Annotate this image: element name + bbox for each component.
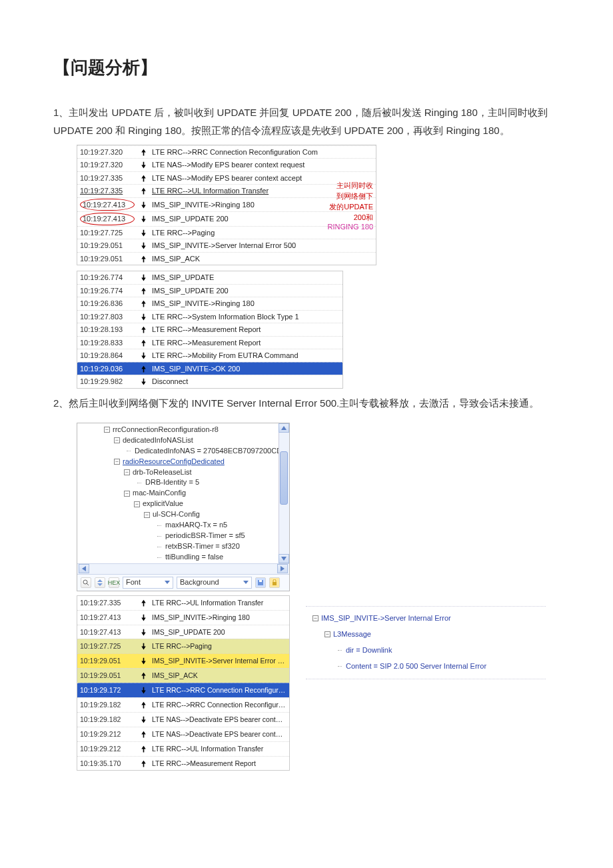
log-row[interactable]: 10:19:27.320LTE NAS-->Modify EPS bearer …	[77, 158, 376, 171]
log-row[interactable]: 10:19:27.725LTE RRC-->Paging	[77, 226, 376, 239]
log-message: LTE RRC-->UL Information Transfer	[152, 743, 287, 755]
log-message: LTE RRC-->RRC Connection Reconfiguration	[152, 684, 287, 697]
tree-leaf-label: periodicBSR-Timer = sf5	[165, 531, 245, 541]
log-row[interactable]: 10:19:29.172LTE RRC-->RRC Connection Rec…	[77, 683, 289, 697]
log-row[interactable]: 10:19:29.051IMS_SIP_INVITE->Server Inter…	[77, 653, 289, 668]
log-row[interactable]: 10:19:29.051IMS_SIP_ACK	[77, 252, 376, 265]
log-row[interactable]: 10:19:28.864LTE RRC-->Mobility From EUTR…	[77, 349, 342, 362]
log-message: IMS_SIP_INVITE->Server Internal Error 50…	[152, 240, 373, 251]
svg-rect-3	[259, 580, 262, 582]
log-timestamp: 10:19:29.051	[80, 655, 135, 667]
tree-node-link[interactable]: radioResourceConfigDedicated	[123, 457, 225, 467]
log-timestamp: 10:19:29.036	[80, 363, 135, 375]
log-row[interactable]: 10:19:29.182LTE NAS-->Deactivate EPS bea…	[77, 712, 289, 727]
dropdown-label: Font	[126, 576, 141, 589]
log-message: IMS_SIP_UPDATE 200	[152, 285, 340, 297]
list-number: 2、	[53, 397, 69, 409]
log-timestamp: 10:19:29.212	[80, 728, 135, 741]
log-row[interactable]: 10:19:26.836IMS_SIP_INVITE->Ringing 180	[77, 297, 342, 310]
tree-node-label: IMS_SIP_INVITE->Server Internal Error	[321, 613, 451, 624]
font-dropdown[interactable]: Font	[123, 577, 173, 589]
log-row[interactable]: 10:19:29.212LTE RRC-->UL Information Tra…	[77, 741, 289, 756]
tree-leaf-label: retxBSR-Timer = sf320	[165, 541, 240, 552]
scroll-down-button[interactable]	[279, 554, 289, 563]
log-row[interactable]: 10:19:27.413IMS_SIP_INVITE->Ringing 180	[77, 197, 376, 212]
tree-collapse-icon[interactable]: −	[324, 631, 330, 637]
log-message: IMS_SIP_ACK	[152, 669, 287, 682]
log-row[interactable]: 10:19:27.335LTE RRC-->UL Information Tra…	[77, 184, 376, 197]
log-row[interactable]: 10:19:29.051IMS_SIP_INVITE->Server Inter…	[77, 239, 376, 252]
save-icon[interactable]	[255, 577, 266, 588]
log-timestamp: 10:19:26.774	[80, 272, 135, 283]
log-row[interactable]: 10:19:27.725LTE RRC-->Paging	[77, 639, 289, 653]
tree-collapse-icon[interactable]: −	[124, 491, 130, 497]
download-arrow-icon	[139, 715, 148, 724]
list-number: 1、	[53, 107, 69, 118]
log-timestamp: 10:19:27.725	[80, 640, 135, 653]
log-row[interactable]: 10:19:27.320LTE RRC-->RRC Connection Rec…	[77, 145, 376, 159]
upload-arrow-icon	[139, 147, 148, 157]
log-row[interactable]: 10:19:29.982Disconnect	[77, 375, 342, 388]
download-arrow-icon	[139, 228, 148, 237]
tree-collapse-icon[interactable]: −	[144, 512, 150, 518]
paragraph-2: 2、然后主叫收到网络侧下发的 INVITE Server Internal Er…	[53, 394, 560, 412]
upload-arrow-icon	[139, 286, 148, 295]
scroll-right-button[interactable]	[277, 564, 288, 573]
download-arrow-icon	[139, 200, 148, 209]
upload-arrow-icon	[139, 598, 148, 607]
log-row[interactable]: 10:19:27.335LTE RRC-->UL Information Tra…	[77, 596, 289, 610]
log-message: LTE RRC-->Measurement Report	[152, 757, 287, 770]
tree-node-label: explicitValue	[143, 499, 183, 509]
log-timestamp: 10:19:27.320	[80, 159, 135, 171]
tree-collapse-icon[interactable]: −	[124, 469, 130, 475]
log-row[interactable]: 10:19:26.774IMS_SIP_UPDATE 200	[77, 284, 342, 297]
tree-collapse-icon[interactable]: −	[104, 427, 110, 433]
log-row[interactable]: 10:19:26.774IMS_SIP_UPDATE	[77, 271, 342, 284]
log-row[interactable]: 10:19:27.413IMS_SIP_INVITE->Ringing 180	[77, 610, 289, 625]
download-arrow-icon	[139, 312, 148, 321]
log-message: IMS_SIP_ACK	[152, 253, 373, 265]
upload-arrow-icon	[139, 338, 148, 347]
upload-arrow-icon	[139, 364, 148, 373]
scroll-up-button[interactable]	[279, 423, 289, 433]
log-row[interactable]: 10:19:27.413IMS_SIP_UPDATE 200	[77, 211, 376, 226]
chevron-down-icon	[243, 581, 249, 584]
log-timestamp: 10:19:35.170	[80, 757, 135, 770]
log-row[interactable]: 10:19:27.335LTE NAS-->Modify EPS bearer …	[77, 171, 376, 185]
log-row[interactable]: 10:19:29.182LTE RRC-->RRC Connection Rec…	[77, 697, 289, 712]
log-row[interactable]: 10:19:35.170LTE RRC-->Measurement Report	[77, 756, 289, 771]
tree-collapse-icon[interactable]: −	[134, 501, 140, 507]
scroll-left-button[interactable]	[79, 564, 89, 573]
log-row[interactable]: 10:19:29.051IMS_SIP_ACK	[77, 668, 289, 683]
log-message: LTE RRC-->Paging	[152, 227, 373, 239]
scrollbar-vertical[interactable]	[279, 423, 289, 563]
tree-collapse-icon[interactable]: −	[312, 615, 318, 621]
log-row[interactable]: 10:19:28.833LTE RRC-->Measurement Report	[77, 336, 342, 349]
background-dropdown[interactable]: Background	[177, 577, 252, 589]
log-row[interactable]: 10:19:29.212LTE NAS-->Deactivate EPS bea…	[77, 727, 289, 741]
log-message: LTE RRC-->RRC Connection Reconfiguration…	[152, 699, 287, 711]
log-timestamp: 10:19:29.982	[80, 376, 135, 387]
log-timestamp: 10:19:26.836	[80, 298, 135, 309]
log-timestamp: 10:19:29.051	[80, 253, 135, 265]
lock-icon[interactable]	[269, 577, 280, 588]
log-message: IMS_SIP_INVITE->OK 200	[152, 363, 340, 375]
log-timestamp: 10:19:27.413	[80, 199, 135, 211]
log-row[interactable]: 10:19:28.193LTE RRC-->Measurement Report	[77, 323, 342, 336]
log-message: LTE RRC-->UL Information Transfer	[152, 597, 287, 609]
hex-icon[interactable]: HEX	[109, 577, 119, 588]
tree-node-label: mac-MainConfig	[133, 488, 186, 499]
scrollbar-horizontal[interactable]	[77, 563, 289, 574]
log-row[interactable]: 10:19:27.413IMS_SIP_UPDATE 200	[77, 625, 289, 639]
log-message: IMS_SIP_INVITE->Ringing 180	[152, 611, 287, 624]
scrollbar-thumb[interactable]	[280, 451, 288, 505]
stepper-icon[interactable]	[95, 577, 105, 588]
search-icon[interactable]	[81, 577, 91, 588]
tree-leaf-label: DedicatedInfoNAS = 270548ECB7097200CD7	[135, 446, 286, 457]
log-timestamp: 10:19:29.172	[80, 684, 135, 697]
tree-collapse-icon[interactable]: −	[114, 437, 120, 443]
tree-collapse-icon[interactable]: −	[114, 459, 120, 465]
log-row[interactable]: 10:19:29.036IMS_SIP_INVITE->OK 200	[77, 362, 342, 375]
section-heading: 【问题分析】	[53, 52, 560, 83]
log-row[interactable]: 10:19:27.803LTE RRC-->System Information…	[77, 310, 342, 323]
